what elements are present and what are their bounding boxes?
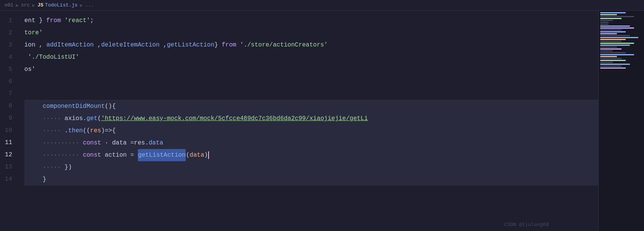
- code-line-11: ·········· const · data =res.data: [24, 137, 598, 149]
- ln-8: 8: [0, 100, 12, 112]
- code-line-3: ion , addItemAction ,deleteItemAction ,g…: [24, 39, 598, 51]
- ln-11: 11: [0, 136, 12, 149]
- code-line-7: [24, 88, 598, 100]
- ln-13: 13: [0, 161, 12, 173]
- crumb-sep-1: ▶: [16, 2, 19, 8]
- code-line-4: './TodoListUI': [24, 51, 598, 63]
- line-numbers: 1 2 3 4 5 6 7 8 9 10 11 12 13 14: [0, 11, 17, 231]
- breadcrumb-filename: TodoList.js: [45, 2, 78, 8]
- breadcrumb: o01 ▶ src ▶ JS TodoList.js ▶ ...: [0, 0, 644, 11]
- code-line-6: [24, 75, 598, 88]
- code-area: 1 2 3 4 5 6 7 8 9 10 11 12 13 14 ent } f…: [0, 11, 644, 231]
- code-line-13: ····· }): [24, 161, 598, 173]
- ln-10: 10: [0, 124, 12, 136]
- code-line-1: ent } from 'react';: [24, 14, 598, 27]
- watermark: CSDN @liulang68: [504, 221, 549, 227]
- cursor: [208, 151, 209, 159]
- code-line-5: os': [24, 63, 598, 75]
- crumb-sep-2: ▶: [32, 2, 35, 8]
- minimap-content: [599, 11, 644, 71]
- ln-12: 12: [0, 149, 12, 161]
- ln-4: 4: [0, 51, 12, 63]
- ln-2: 2: [0, 27, 12, 39]
- ln-7: 7: [0, 88, 12, 100]
- code-line-9: ····· axios.get('https://www.easy-mock.c…: [24, 112, 598, 125]
- breadcrumb-js-icon: JS: [37, 2, 43, 8]
- ln-3: 3: [0, 39, 12, 51]
- crumb-sep-3: ▶: [80, 2, 83, 8]
- code-line-2: tore': [24, 27, 598, 39]
- code-line-14: }: [24, 173, 598, 186]
- ln-5: 5: [0, 63, 12, 75]
- ln-14: 14: [0, 173, 12, 185]
- code-line-12: ·········· const action = getListAction(…: [24, 149, 598, 161]
- code-line-10: ····· .then((res)=>{: [24, 125, 598, 137]
- breadcrumb-src: src: [21, 2, 30, 8]
- ln-9: 9: [0, 112, 12, 124]
- breadcrumb-root: o01: [5, 2, 13, 8]
- code-line-8: componentDidMount(){: [24, 100, 598, 112]
- editor-container: o01 ▶ src ▶ JS TodoList.js ▶ ... 1 2 3 4…: [0, 0, 644, 231]
- breadcrumb-ellipsis: ...: [85, 2, 94, 8]
- ln-6: 6: [0, 75, 12, 88]
- code-content[interactable]: ent } from 'react'; tore' ion , addItemA…: [17, 11, 598, 231]
- ln-1: 1: [0, 14, 12, 27]
- minimap: [598, 11, 644, 231]
